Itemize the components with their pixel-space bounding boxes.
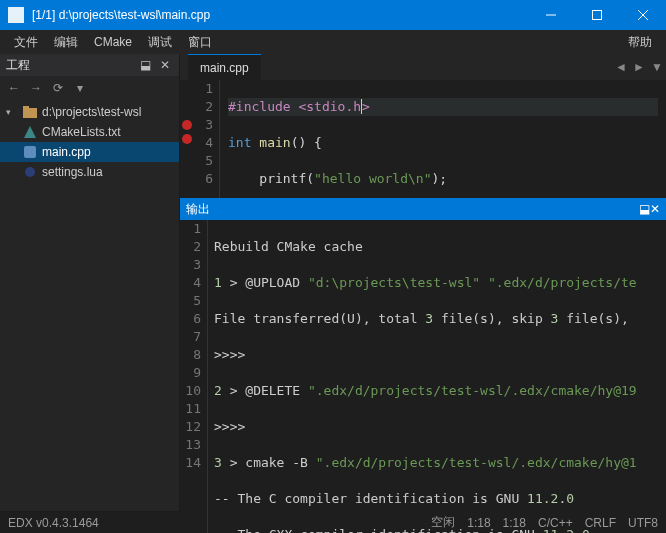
status-eol[interactable]: CRLF — [585, 516, 616, 530]
window-title: [1/1] d:\projects\test-wsl\main.cpp — [32, 8, 528, 22]
file-cpp-icon — [22, 145, 38, 159]
forward-icon[interactable]: → — [28, 80, 44, 96]
output-gutter: 1234567891011121314 — [180, 220, 208, 533]
tab-next-icon[interactable]: ► — [630, 60, 648, 74]
project-tree: ▾ d:\projects\test-wsl CMakeLists.txt ma… — [0, 100, 179, 511]
project-toolbar: ← → ⟳ ▾ — [0, 76, 179, 100]
tab-maincpp[interactable]: main.cpp — [188, 54, 261, 80]
pin-icon[interactable]: ⬓ — [639, 202, 650, 216]
status-pos[interactable]: 1:18 — [503, 516, 526, 530]
file-cmake-icon — [22, 125, 38, 139]
tree-item-maincpp[interactable]: main.cpp — [0, 142, 179, 162]
output-header: 输出 ⬓ ✕ — [180, 198, 666, 220]
output-title: 输出 — [186, 201, 210, 218]
status-enc[interactable]: UTF8 — [628, 516, 658, 530]
menu-file[interactable]: 文件 — [6, 30, 46, 54]
svg-point-8 — [25, 167, 35, 177]
close-button[interactable] — [620, 0, 666, 30]
menu-edit[interactable]: 编辑 — [46, 30, 86, 54]
code-content[interactable]: #include <stdio.h> int main() { printf("… — [220, 80, 666, 198]
tree-root-label: d:\projects\test-wsl — [42, 105, 141, 119]
project-panel-header: 工程 ⬓ ✕ — [0, 54, 179, 76]
status-col[interactable]: 1:18 — [467, 516, 490, 530]
svg-rect-1 — [593, 11, 602, 20]
status-lang[interactable]: C/C++ — [538, 516, 573, 530]
editor-tabs: main.cpp ◄ ► ▼ — [180, 54, 666, 80]
output-body[interactable]: 1234567891011121314 Rebuild CMake cache … — [180, 220, 666, 533]
file-lua-icon — [22, 165, 38, 179]
minimize-button[interactable] — [528, 0, 574, 30]
svg-rect-7 — [24, 146, 36, 158]
tree-item-cmakelists[interactable]: CMakeLists.txt — [0, 122, 179, 142]
tab-menu-icon[interactable]: ▼ — [648, 60, 666, 74]
app-icon — [8, 7, 24, 23]
breakpoint-gutter[interactable] — [180, 80, 194, 198]
breakpoint-icon[interactable] — [182, 120, 192, 130]
pin-icon[interactable]: ⬓ — [137, 58, 153, 72]
output-text: Rebuild CMake cache 1 > @UPLOAD "d:\proj… — [208, 220, 666, 533]
breakpoint-icon[interactable] — [182, 134, 192, 144]
svg-rect-5 — [23, 106, 29, 110]
twisty-icon: ▾ — [6, 107, 18, 117]
menubar: 文件 编辑 CMake 调试 窗口 帮助 — [0, 30, 666, 54]
code-editor[interactable]: 123456 #include <stdio.h> int main() { p… — [180, 80, 666, 198]
tree-item-label: main.cpp — [42, 145, 91, 159]
project-panel-title: 工程 — [6, 57, 30, 74]
menu-window[interactable]: 窗口 — [180, 30, 220, 54]
dropdown-icon[interactable]: ▾ — [72, 80, 88, 96]
output-panel: 输出 ⬓ ✕ 1234567891011121314 Rebuild CMake… — [180, 198, 666, 533]
tree-root[interactable]: ▾ d:\projects\test-wsl — [0, 102, 179, 122]
refresh-icon[interactable]: ⟳ — [50, 80, 66, 96]
sidebar: 工程 ⬓ ✕ ← → ⟳ ▾ ▾ d:\projects\test-wsl CM… — [0, 54, 180, 511]
main-area: main.cpp ◄ ► ▼ 123456 #include <stdio.h>… — [180, 54, 666, 511]
tree-item-label: settings.lua — [42, 165, 103, 179]
close-panel-icon[interactable]: ✕ — [157, 58, 173, 72]
tree-item-settingslua[interactable]: settings.lua — [0, 162, 179, 182]
svg-marker-6 — [24, 126, 36, 138]
titlebar: [1/1] d:\projects\test-wsl\main.cpp — [0, 0, 666, 30]
status-app: EDX v0.4.3.1464 — [8, 516, 99, 530]
tree-item-label: CMakeLists.txt — [42, 125, 121, 139]
line-gutter: 123456 — [194, 80, 220, 198]
maximize-button[interactable] — [574, 0, 620, 30]
menu-help[interactable]: 帮助 — [620, 30, 660, 54]
tab-prev-icon[interactable]: ◄ — [612, 60, 630, 74]
close-output-icon[interactable]: ✕ — [650, 202, 660, 216]
menu-cmake[interactable]: CMake — [86, 30, 140, 54]
back-icon[interactable]: ← — [6, 80, 22, 96]
status-idle: 空闲 — [431, 514, 455, 531]
menu-debug[interactable]: 调试 — [140, 30, 180, 54]
folder-icon — [22, 105, 38, 119]
